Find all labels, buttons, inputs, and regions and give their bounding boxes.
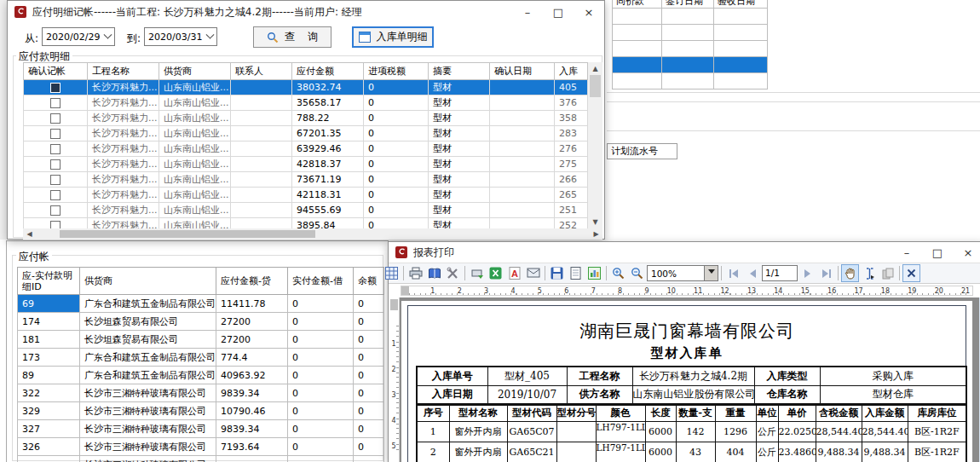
cell-supplier[interactable]: 山东南山铝业...	[159, 172, 231, 188]
cell-id[interactable]: 326	[18, 438, 80, 456]
cell-confirm-date[interactable]	[490, 172, 555, 188]
cell-amount[interactable]: 94555.69	[292, 203, 364, 218]
cell-confirm-date[interactable]	[490, 157, 555, 172]
scroll-up-icon[interactable]: ▲	[588, 62, 602, 75]
cell-id[interactable]: 69	[18, 295, 80, 313]
cell-confirm-date[interactable]	[490, 188, 555, 203]
cell-supplier[interactable]: 长沙坦森贸易有限公司	[80, 313, 216, 331]
plan-serial-field[interactable]: 计划流水号	[607, 143, 677, 159]
cell-paid[interactable]: 0	[288, 420, 354, 438]
cell-amount[interactable]: 35658.17	[292, 95, 364, 111]
cell-inbound-no[interactable]: 405	[555, 80, 588, 95]
scroll-thumb[interactable]	[60, 230, 315, 238]
column-header[interactable]: 供货商	[80, 268, 216, 295]
print-icon[interactable]	[406, 264, 424, 282]
column-header[interactable]: 验收日期	[714, 0, 768, 9]
cell-id[interactable]: 89	[18, 367, 80, 384]
cell-paid[interactable]: 0	[288, 349, 354, 367]
cell-tax[interactable]: 0	[364, 95, 429, 111]
last-page-icon[interactable]	[817, 264, 835, 282]
cell-inbound-no[interactable]: 358	[555, 111, 588, 126]
from-date-combo[interactable]: 2020/02/29	[42, 27, 115, 46]
table-row[interactable]: 长沙万科魅力... 山东南山铝业... 35658.17 0 型材 376	[24, 95, 588, 111]
scroll-down-icon[interactable]: ▼	[588, 216, 602, 228]
cell-supplier[interactable]: 长沙市三湘特种玻璃有限公司	[80, 384, 216, 402]
cell-inbound-no[interactable]: 251	[555, 203, 588, 218]
cell-project[interactable]: 长沙万科魅力...	[88, 111, 159, 126]
cell-payable[interactable]: 27200	[216, 331, 288, 349]
cell-contact[interactable]	[231, 95, 292, 111]
cell-paid[interactable]	[288, 456, 354, 462]
cell-balance[interactable]: 0	[354, 349, 384, 367]
table-row[interactable]: 181 长沙坦森贸易有限公司 27200 0 0	[18, 331, 384, 349]
combo-drop-button[interactable]	[704, 266, 718, 280]
close-button[interactable]: ×	[953, 242, 980, 263]
cell-summary[interactable]: 型材	[429, 203, 490, 218]
next-page-icon[interactable]	[798, 264, 816, 282]
cell-project[interactable]: 长沙万科魅力...	[88, 188, 159, 203]
cell-summary[interactable]: 型材	[429, 126, 490, 141]
cell-inbound-no[interactable]: 283	[555, 126, 588, 141]
cell-paid[interactable]: 0	[288, 295, 354, 313]
cell-paid[interactable]: 0	[288, 331, 354, 349]
table-row[interactable]: 长沙万科魅力... 山东南山铝业... 67201.35 0 型材 283	[24, 126, 588, 141]
cell-supplier[interactable]: 广东合和建筑五金制品有限公司	[80, 349, 216, 367]
table-row[interactable]: 327 长沙市三湘特种玻璃有限公司 9839.34 0 0	[18, 420, 384, 438]
table-row[interactable]: 长沙万科魅力... 山东南山铝业... 73671.19 0 型材 266	[24, 172, 588, 188]
cell-tax[interactable]: 0	[364, 80, 429, 95]
cell-summary[interactable]: 型材	[429, 111, 490, 126]
table-row[interactable]: 长沙万科魅力... 山东南山铝业... 94555.69 0 型材 251	[24, 203, 588, 218]
cell-contact[interactable]	[231, 126, 292, 141]
confirm-checkbox[interactable]	[50, 175, 61, 185]
chart-icon[interactable]	[585, 264, 603, 282]
table-row[interactable]: 长沙市三湘特种玻璃有限公司	[18, 456, 384, 462]
hand-tool-icon[interactable]	[841, 264, 859, 282]
confirm-checkbox[interactable]	[50, 129, 61, 139]
table-row[interactable]	[613, 9, 768, 25]
cell-amount[interactable]: 38032.74	[292, 80, 364, 95]
cell-summary[interactable]: 型材	[429, 218, 490, 229]
query-button[interactable]: 查 询	[253, 26, 331, 48]
cell-tax[interactable]: 0	[364, 111, 429, 126]
cell-project[interactable]: 长沙万科魅力...	[88, 172, 159, 188]
table-row[interactable]: 长沙万科魅力... 山东南山铝业... 788.22 0 型材 358	[24, 111, 588, 126]
cell-contact[interactable]	[231, 218, 292, 229]
pdf-icon[interactable]: A	[505, 264, 523, 282]
table-row[interactable]	[613, 25, 768, 41]
cell-supplier[interactable]: 山东南山铝业...	[159, 203, 231, 218]
maximize-button[interactable]: □	[543, 1, 574, 23]
table-row[interactable]	[613, 41, 768, 57]
cell-payable[interactable]: 9839.34	[216, 384, 288, 402]
cell-project[interactable]: 长沙万科魅力...	[88, 141, 159, 157]
column-header[interactable]: 签订日期	[662, 0, 714, 9]
cell-payable[interactable]: 10790.46	[216, 402, 288, 420]
cell-contact[interactable]	[231, 111, 292, 126]
cell-supplier[interactable]: 长沙市三湘特种玻璃有限公司	[80, 420, 216, 438]
cell-summary[interactable]: 型材	[429, 141, 490, 157]
cell-confirm-date[interactable]	[490, 95, 555, 111]
titlebar[interactable]: 报表打印 – □ ×	[389, 242, 980, 263]
column-header[interactable]: 应付金额	[292, 63, 364, 80]
cell-supplier[interactable]: 山东南山铝业...	[159, 218, 231, 229]
cell-payable[interactable]: 11411.78	[216, 295, 288, 313]
table-row[interactable]: 长沙万科魅力... 山东南山铝业... 63929.46 0 型材 276	[24, 141, 588, 157]
selected-row[interactable]	[613, 57, 768, 73]
scroll-thumb[interactable]	[590, 75, 601, 97]
vertical-scrollbar[interactable]: ▲ ▼	[588, 62, 602, 228]
cell-payable[interactable]: 774.4	[216, 349, 288, 367]
confirm-checkbox[interactable]	[50, 113, 61, 124]
close-button[interactable]: ×	[574, 1, 604, 23]
cell-amount[interactable]: 63929.46	[292, 141, 364, 157]
cell-summary[interactable]: 型材	[429, 157, 490, 172]
first-page-icon[interactable]	[724, 264, 742, 282]
cell-project[interactable]: 长沙万科魅力...	[88, 203, 159, 218]
confirm-checkbox[interactable]	[50, 83, 61, 93]
cell-supplier[interactable]: 山东南山铝业...	[159, 111, 231, 126]
cell-supplier[interactable]: 山东南山铝业...	[159, 126, 231, 141]
column-header[interactable]: 同价款	[613, 0, 662, 9]
table-row[interactable]: 长沙万科魅力... 山东南山铝业... 42118.31 0 型材 265	[24, 188, 588, 203]
cell-supplier[interactable]: 广东合和建筑五金制品有限公司	[80, 295, 216, 313]
table-row[interactable]: 322 长沙市三湘特种玻璃有限公司 9839.34 0 0	[18, 384, 384, 402]
cell-tax[interactable]: 0	[364, 157, 429, 172]
cell-summary[interactable]: 型材	[429, 80, 490, 95]
